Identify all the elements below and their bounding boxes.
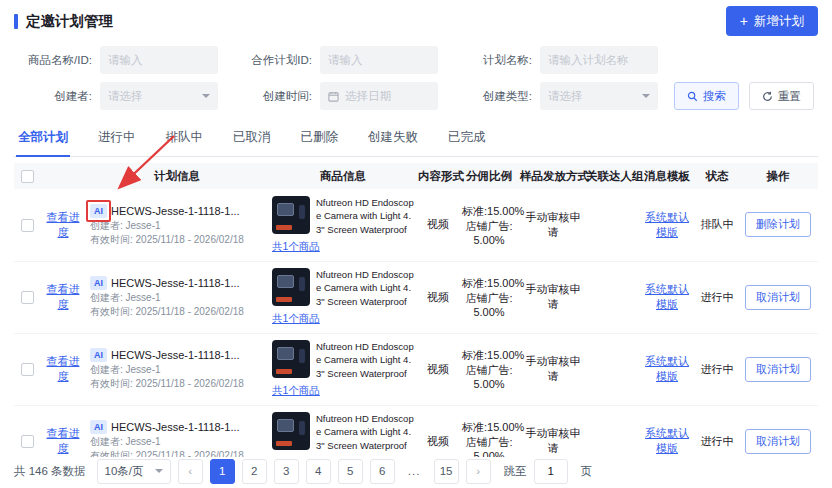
commission-standard: 标准:15.00% [462,348,516,363]
view-progress-link[interactable]: 查看进度 [47,211,80,238]
product-info-header: 商品信息 [268,163,418,189]
add-plan-label: 新增计划 [754,13,804,30]
page-title-text: 定邀计划管理 [26,12,113,31]
tab-all-plans[interactable]: 全部计划 [16,122,70,157]
page-button-2[interactable]: 2 [242,459,267,484]
ai-badge: AI [90,276,107,290]
plan-title: HECWS-Jesse-1-1118-1... [111,205,264,217]
tab-completed[interactable]: 已完成 [446,122,488,156]
total-count: 共 146 条数据 [14,464,86,479]
plan-name-input[interactable] [540,46,658,74]
filter-create-time: 创建时间: 选择日期 [234,82,438,110]
reset-label: 重置 [778,89,801,104]
tab-create-failed[interactable]: 创建失败 [366,122,420,156]
filter-product: 商品名称/ID: [14,46,218,74]
status-text: 排队中 [696,189,738,261]
create-time-date-picker[interactable]: 选择日期 [320,82,438,110]
page-button-15[interactable]: 15 [434,459,459,484]
page-button-6[interactable]: 6 [370,459,395,484]
message-template-link[interactable]: 系统默认模版 [645,427,689,454]
table-row: 查看进度 AI HECWS-Jesse-1-1118-1... 创建者: Jes… [14,261,818,333]
product-count-link[interactable]: 共1个商品 [272,312,320,326]
create-type-placeholder: 请选择 [548,89,583,104]
commission-shop-ad: 店铺广告:5.00% [462,219,516,246]
jump-page-input[interactable] [534,459,568,484]
view-progress-link[interactable]: 查看进度 [47,355,80,382]
plan-title: HECWS-Jesse-1-1118-1... [111,421,264,433]
status-text: 进行中 [696,333,738,405]
delete-plan-button[interactable]: 删除计划 [745,212,811,237]
message-template-header: 消息模板 [638,163,696,189]
creator-select[interactable]: 请选择 [100,82,218,110]
commission-standard: 标准:15.00% [462,420,516,435]
create-type-select[interactable]: 请选择 [540,82,658,110]
select-all-checkbox[interactable] [21,170,34,183]
message-template-link[interactable]: 系统默认模版 [645,211,689,238]
chevron-left-icon: ‹ [188,465,192,477]
next-page-button[interactable]: › [466,459,491,484]
row-checkbox[interactable] [21,219,34,232]
status-tabs: 全部计划 进行中 排队中 已取消 已删除 创建失败 已完成 [14,122,818,157]
content-type-header: 内容形式 [418,163,458,189]
page-button-4[interactable]: 4 [306,459,331,484]
tab-deleted[interactable]: 已删除 [299,122,341,156]
product-title: Nfutreon HD Endoscope Camera with Light … [316,268,414,309]
product-id-input[interactable] [100,46,218,74]
tab-cancelled[interactable]: 已取消 [231,122,273,156]
row-checkbox[interactable] [21,363,34,376]
tab-queued[interactable]: 排队中 [164,122,206,156]
calendar-icon [328,91,339,102]
ai-badge: AI [90,420,107,434]
page-ellipsis[interactable]: ... [402,459,427,484]
page-size-value: 10条/页 [105,464,144,479]
search-button[interactable]: 搜索 [674,82,739,110]
creator-label: 创建者: [14,89,92,104]
view-progress-link[interactable]: 查看进度 [47,427,80,454]
filter-creator: 创建者: 请选择 [14,82,218,110]
row-checkbox[interactable] [21,291,34,304]
product-id-label: 商品名称/ID: [14,53,92,68]
commission-header: 分佣比例 [458,163,520,189]
plan-valid-time: 有效时间: 2025/11/18 - 2026/02/18 [90,305,264,319]
table-row: 查看进度 AI HECWS-Jesse-1-1118-1... 创建者: Jes… [14,333,818,405]
content-type: 视频 [418,333,458,405]
page-button-3[interactable]: 3 [274,459,299,484]
plan-info-header: 计划信息 [86,163,268,189]
row-checkbox[interactable] [21,435,34,448]
coop-plan-id-input[interactable] [320,46,438,74]
add-plan-button[interactable]: + 新增计划 [726,6,818,36]
chevron-down-icon [155,469,163,473]
product-thumbnail [272,196,310,234]
product-count-link[interactable]: 共1个商品 [272,240,320,254]
jump-to-label: 跳至 [504,464,527,479]
tab-in-progress[interactable]: 进行中 [96,122,138,156]
message-template-link[interactable]: 系统默认模版 [645,283,689,310]
product-count-link[interactable]: 共1个商品 [272,384,320,398]
pagination-bar: 共 146 条数据 10条/页 ‹ 1 2 3 4 5 6 ... 15 › 跳… [14,457,818,485]
search-label: 搜索 [703,89,726,104]
filter-coop-plan: 合作计划ID: [234,46,438,74]
page-button-1[interactable]: 1 [210,459,235,484]
page-button-5[interactable]: 5 [338,459,363,484]
plan-valid-time: 有效时间: 2025/11/18 - 2026/02/18 [90,377,264,391]
creator-select-placeholder: 请选择 [108,89,143,104]
prev-page-button[interactable]: ‹ [178,459,203,484]
product-title: Nfutreon HD Endoscope Camera with Light … [316,412,414,453]
cancel-plan-button[interactable]: 取消计划 [745,429,811,454]
chevron-down-icon [202,94,210,98]
sample-method: 手动审核申请 [520,261,586,333]
cancel-plan-button[interactable]: 取消计划 [745,285,811,310]
commission-standard: 标准:15.00% [462,204,516,219]
product-thumbnail [272,412,310,450]
cancel-plan-button[interactable]: 取消计划 [745,357,811,382]
commission-standard: 标准:15.00% [462,276,516,291]
page-size-select[interactable]: 10条/页 [97,459,171,484]
message-template-link[interactable]: 系统默认模版 [645,355,689,382]
plan-name-label: 计划名称: [454,53,532,68]
talent-group [586,261,638,333]
create-type-label: 创建类型: [454,89,532,104]
ai-badge: AI [90,348,107,362]
plan-creator: 创建者: Jesse-1 [90,435,264,449]
reset-button[interactable]: 重置 [749,82,814,110]
view-progress-link[interactable]: 查看进度 [47,283,80,310]
